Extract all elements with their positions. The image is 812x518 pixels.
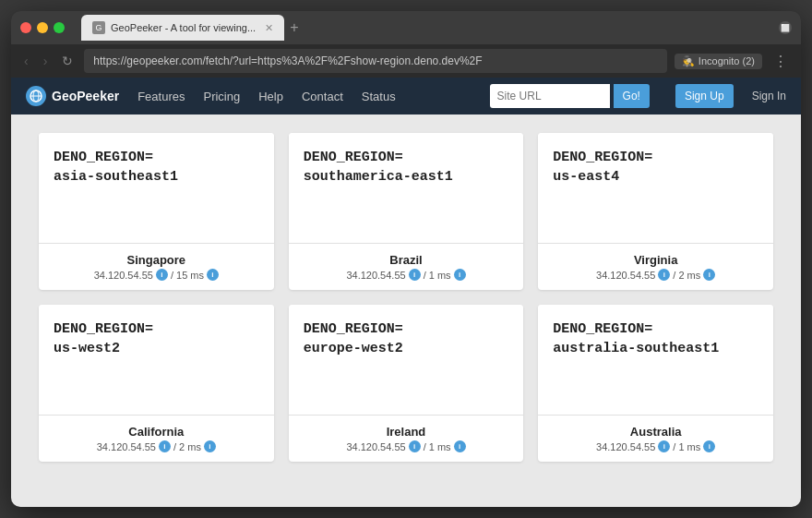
window-controls: ⬜ xyxy=(779,21,792,34)
card-region-line2-0: asia-southeast1 xyxy=(54,169,178,185)
card-preview-1: DENO_REGION= southamerica-east1 xyxy=(289,133,524,244)
card-location-4: Ireland xyxy=(302,425,511,439)
ip-info-icon-4[interactable]: i xyxy=(409,440,421,452)
card-location-1: Brazil xyxy=(302,253,511,267)
card-info-1: Brazil 34.120.54.55 i / 1 ms i xyxy=(289,244,524,290)
card-separator-1: / 1 ms xyxy=(424,270,451,281)
card-info-3: California 34.120.54.55 i / 2 ms i xyxy=(39,416,274,462)
site-url-form: Go! xyxy=(490,84,650,108)
card-region-line2-5: australia-southeast1 xyxy=(553,341,719,356)
card-preview-0: DENO_REGION= asia-southeast1 xyxy=(39,133,274,244)
card-meta-4: 34.120.54.55 i / 1 ms i xyxy=(302,440,511,452)
logo-svg xyxy=(29,89,43,103)
incognito-badge: 🕵 Incognito (2) xyxy=(675,54,762,69)
card-info-5: Australia 34.120.54.55 i / 1 ms i xyxy=(538,416,773,462)
card-ip-2: 34.120.54.55 xyxy=(596,270,655,281)
site-url-input[interactable] xyxy=(490,84,610,108)
card-separator-5: / 1 ms xyxy=(673,441,700,452)
card-region-line1-0: DENO_REGION= xyxy=(54,150,153,165)
card-region-line2-2: us-east4 xyxy=(553,169,619,185)
latency-info-icon-0[interactable]: i xyxy=(207,269,219,281)
card-region-line2-1: southamerica-east1 xyxy=(304,169,453,185)
new-tab-button[interactable]: + xyxy=(286,19,302,36)
card-ip-4: 34.120.54.55 xyxy=(346,441,405,452)
traffic-lights xyxy=(20,22,65,33)
card-info-2: Virginia 34.120.54.55 i / 2 ms i xyxy=(538,244,773,290)
nav-bar: GeoPeeker Features Pricing Help Contact … xyxy=(11,78,801,114)
card-location-2: Virginia xyxy=(551,253,760,267)
latency-info-icon-5[interactable]: i xyxy=(703,440,715,452)
card-separator-0: / 15 ms xyxy=(171,270,204,281)
card-meta-1: 34.120.54.55 i / 1 ms i xyxy=(302,269,511,281)
forward-button[interactable]: › xyxy=(40,52,52,70)
ip-info-icon-0[interactable]: i xyxy=(156,269,168,281)
card-0: DENO_REGION= asia-southeast1 Singapore 3… xyxy=(39,133,274,290)
maximize-button[interactable] xyxy=(54,22,65,33)
close-button[interactable] xyxy=(20,22,31,33)
card-info-0: Singapore 34.120.54.55 i / 15 ms i xyxy=(39,244,274,290)
main-content: DENO_REGION= asia-southeast1 Singapore 3… xyxy=(11,114,801,507)
active-tab[interactable]: G GeoPeeker - A tool for viewing... ✕ xyxy=(81,15,284,41)
card-region-line1-2: DENO_REGION= xyxy=(553,150,652,165)
reload-button[interactable]: ↻ xyxy=(58,52,77,70)
tab-favicon: G xyxy=(92,21,105,34)
card-region-line2-3: us-west2 xyxy=(54,341,120,356)
card-preview-5: DENO_REGION= australia-southeast1 xyxy=(538,305,773,416)
card-region-line1-1: DENO_REGION= xyxy=(304,150,403,165)
browser-menu-icon[interactable]: ⋮ xyxy=(770,53,792,70)
card-meta-2: 34.120.54.55 i / 2 ms i xyxy=(551,269,760,281)
card-meta-5: 34.120.54.55 i / 1 ms i xyxy=(551,440,760,452)
card-ip-3: 34.120.54.55 xyxy=(97,441,156,452)
tab-bar: G GeoPeeker - A tool for viewing... ✕ + xyxy=(81,15,771,41)
logo-text: GeoPeeker xyxy=(52,89,119,103)
ip-info-icon-1[interactable]: i xyxy=(409,269,421,281)
address-bar: ‹ › ↻ 🕵 Incognito (2) ⋮ xyxy=(11,44,801,78)
card-ip-1: 34.120.54.55 xyxy=(346,270,405,281)
logo-icon xyxy=(26,86,46,106)
card-4: DENO_REGION= europe-west2 Ireland 34.120… xyxy=(289,305,524,462)
card-5: DENO_REGION= australia-southeast1 Austra… xyxy=(538,305,773,462)
nav-pricing[interactable]: Pricing xyxy=(203,90,240,103)
nav-help[interactable]: Help xyxy=(258,90,283,103)
tab-close-icon[interactable]: ✕ xyxy=(265,22,273,34)
card-preview-3: DENO_REGION= us-west2 xyxy=(39,305,274,416)
title-bar: G GeoPeeker - A tool for viewing... ✕ + … xyxy=(11,11,801,44)
ip-info-icon-5[interactable]: i xyxy=(658,440,670,452)
card-info-4: Ireland 34.120.54.55 i / 1 ms i xyxy=(289,416,524,462)
minimize-button[interactable] xyxy=(37,22,48,33)
card-separator-2: / 2 ms xyxy=(673,270,700,281)
incognito-label: Incognito (2) xyxy=(699,55,755,66)
ip-info-icon-3[interactable]: i xyxy=(159,440,171,452)
latency-info-icon-1[interactable]: i xyxy=(454,269,466,281)
card-location-5: Australia xyxy=(551,425,760,439)
url-input[interactable] xyxy=(84,49,667,73)
nav-status[interactable]: Status xyxy=(362,90,396,103)
nav-contact[interactable]: Contact xyxy=(302,90,343,103)
latency-info-icon-4[interactable]: i xyxy=(454,440,466,452)
card-location-3: California xyxy=(52,425,261,439)
ip-info-icon-2[interactable]: i xyxy=(658,269,670,281)
go-button[interactable]: Go! xyxy=(614,84,650,108)
card-ip-0: 34.120.54.55 xyxy=(94,270,153,281)
logo[interactable]: GeoPeeker xyxy=(26,86,119,106)
latency-info-icon-3[interactable]: i xyxy=(204,440,216,452)
card-meta-3: 34.120.54.55 i / 2 ms i xyxy=(52,440,261,452)
card-region-line1-5: DENO_REGION= xyxy=(553,321,652,337)
back-button[interactable]: ‹ xyxy=(20,52,32,70)
incognito-icon: 🕵 xyxy=(682,55,695,67)
card-preview-4: DENO_REGION= europe-west2 xyxy=(289,305,524,416)
latency-info-icon-2[interactable]: i xyxy=(703,269,715,281)
card-2: DENO_REGION= us-east4 Virginia 34.120.54… xyxy=(538,133,773,290)
tab-title: GeoPeeker - A tool for viewing... xyxy=(111,22,256,33)
card-region-line1-3: DENO_REGION= xyxy=(54,321,153,337)
browser-window: G GeoPeeker - A tool for viewing... ✕ + … xyxy=(11,11,801,507)
card-1: DENO_REGION= southamerica-east1 Brazil 3… xyxy=(289,133,524,290)
card-region-line2-4: europe-west2 xyxy=(304,341,403,356)
card-location-0: Singapore xyxy=(52,253,261,267)
signup-button[interactable]: Sign Up xyxy=(675,84,734,108)
nav-features[interactable]: Features xyxy=(137,90,185,103)
cards-grid: DENO_REGION= asia-southeast1 Singapore 3… xyxy=(39,133,773,462)
card-ip-5: 34.120.54.55 xyxy=(596,441,655,452)
signin-button[interactable]: Sign In xyxy=(752,90,786,102)
card-preview-2: DENO_REGION= us-east4 xyxy=(538,133,773,244)
